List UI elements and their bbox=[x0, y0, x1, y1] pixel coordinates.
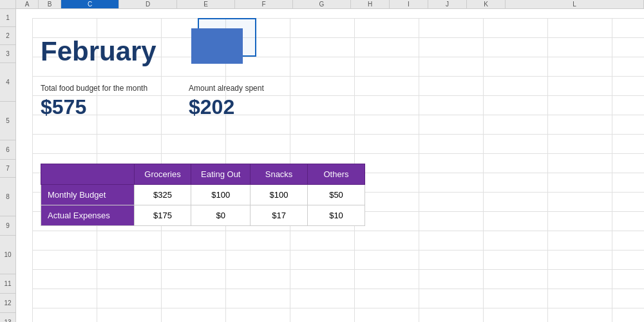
col-header-A[interactable]: A bbox=[16, 0, 39, 8]
col-header-G[interactable]: G bbox=[293, 0, 351, 8]
col-header-H[interactable]: H bbox=[351, 0, 390, 8]
row-header-9[interactable]: 9 bbox=[0, 216, 15, 236]
col-header-J[interactable]: J bbox=[428, 0, 467, 8]
monthly-budget-groceries: $325 bbox=[134, 185, 191, 205]
row-header-3[interactable]: 3 bbox=[0, 45, 15, 63]
content-area: February Total food budget for the month… bbox=[16, 9, 644, 322]
row-header-11[interactable]: 11 bbox=[0, 274, 15, 294]
total-budget-section: Total food budget for the month $575 bbox=[41, 84, 147, 119]
table-header-others: Others bbox=[308, 164, 365, 185]
budget-table: Groceries Eating Out Snacks Others Month… bbox=[41, 164, 365, 226]
table-header-snacks: Snacks bbox=[251, 164, 308, 185]
page-title: February bbox=[41, 36, 156, 67]
table-row: Actual Expenses $175 $0 $17 $10 bbox=[41, 205, 365, 226]
col-headers: A B C D E F G H I J K L bbox=[0, 0, 644, 9]
table-row: Monthly Budget $325 $100 $100 $50 bbox=[41, 185, 365, 205]
col-header-E[interactable]: E bbox=[177, 0, 235, 8]
actual-expenses-groceries: $175 bbox=[134, 205, 191, 226]
color-swatch bbox=[191, 28, 243, 64]
table-header-groceries: Groceries bbox=[134, 164, 191, 185]
row-header-5[interactable]: 5 bbox=[0, 102, 15, 140]
actual-expenses-eating-out: $0 bbox=[191, 205, 251, 226]
row-header-13[interactable]: 13 bbox=[0, 313, 15, 322]
col-header-L[interactable]: L bbox=[506, 0, 644, 8]
table-header-empty bbox=[41, 164, 135, 185]
row-header-6[interactable]: 6 bbox=[0, 140, 15, 160]
table-header-eating-out: Eating Out bbox=[191, 164, 251, 185]
spreadsheet-body: 1 2 3 4 5 6 7 8 9 10 11 12 13 14 15 Fe bbox=[0, 9, 644, 322]
budget-value: $575 bbox=[41, 95, 147, 119]
col-header-D[interactable]: D bbox=[119, 0, 177, 8]
row-header-10[interactable]: 10 bbox=[0, 236, 15, 274]
row-label-actual-expenses: Actual Expenses bbox=[41, 205, 135, 226]
row-header-8[interactable]: 8 bbox=[0, 178, 15, 216]
row-label-monthly-budget: Monthly Budget bbox=[41, 185, 135, 205]
spreadsheet: A B C D E F G H I J K L 1 2 3 4 5 6 7 8 … bbox=[0, 0, 644, 322]
col-header-F[interactable]: F bbox=[235, 0, 293, 8]
col-header-C[interactable]: C bbox=[61, 0, 119, 8]
monthly-budget-others: $50 bbox=[308, 185, 365, 205]
monthly-budget-snacks: $100 bbox=[251, 185, 308, 205]
row-header-7[interactable]: 7 bbox=[0, 160, 15, 178]
spent-label: Amount already spent bbox=[189, 84, 264, 93]
amount-spent-section: Amount already spent $202 bbox=[189, 84, 264, 119]
col-header-K[interactable]: K bbox=[467, 0, 506, 8]
grid-area[interactable]: February Total food budget for the month… bbox=[16, 9, 644, 322]
budget-label: Total food budget for the month bbox=[41, 84, 147, 93]
col-header-B[interactable]: B bbox=[39, 0, 61, 8]
row-header-1[interactable]: 1 bbox=[0, 9, 15, 27]
corner-cell bbox=[0, 0, 16, 8]
row-header-12[interactable]: 12 bbox=[0, 294, 15, 313]
row-header-2[interactable]: 2 bbox=[0, 27, 15, 45]
table-header-row: Groceries Eating Out Snacks Others bbox=[41, 164, 365, 185]
monthly-budget-eating-out: $100 bbox=[191, 185, 251, 205]
row-headers: 1 2 3 4 5 6 7 8 9 10 11 12 13 14 15 bbox=[0, 9, 16, 322]
row-header-4[interactable]: 4 bbox=[0, 63, 15, 102]
spent-value: $202 bbox=[189, 95, 264, 119]
col-header-I[interactable]: I bbox=[390, 0, 428, 8]
actual-expenses-others: $10 bbox=[308, 205, 365, 226]
actual-expenses-snacks: $17 bbox=[251, 205, 308, 226]
